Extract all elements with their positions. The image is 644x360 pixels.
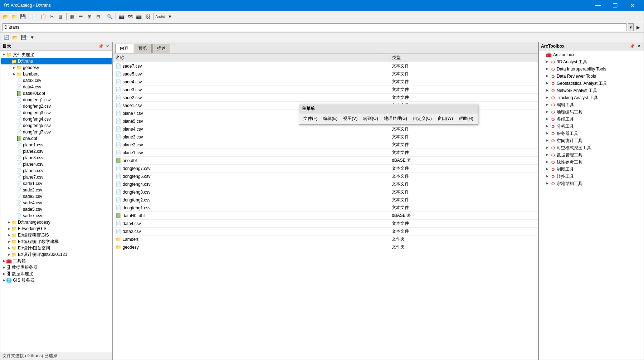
catalog-pin-btn[interactable]: 📌 <box>98 44 104 49</box>
table-row[interactable]: 📄data4.csv文本文件 <box>113 220 538 228</box>
tree-toggle-gis-server[interactable]: ▶ <box>2 278 6 282</box>
tb-dropdown[interactable]: ▼ <box>166 13 174 20</box>
toolbox-item-edit-tools[interactable]: ▶⚙编辑工具 <box>540 101 643 108</box>
toolbox-close-btn[interactable]: ✕ <box>636 43 641 49</box>
toolbox-item-data-interop[interactable]: ▶⚙Data Interoperability Tools <box>540 65 643 73</box>
expand-icon-data-interop[interactable]: ▶ <box>546 67 550 71</box>
expand-icon-tracking-analyst[interactable]: ▶ <box>546 96 550 100</box>
tree-item-toolbox[interactable]: ▶🧰工具箱 <box>1 258 112 264</box>
tree-toggle-db-server[interactable]: ▶ <box>2 265 6 269</box>
table-row[interactable]: 📗one.dbfdBASE 表 <box>113 157 538 165</box>
tb-map3[interactable]: 📸 <box>135 13 143 20</box>
tree-item-plane7-csv[interactable]: 📄plane7.csv <box>1 174 112 180</box>
tb-dropdown2[interactable]: ▼ <box>28 33 36 41</box>
tree-item-db-connection[interactable]: ▶🗄数据库连接 <box>1 271 112 277</box>
table-row[interactable]: 📄sade3.csv文本文件 <box>113 86 538 94</box>
toolbox-item-time-series[interactable]: ▶⚙时空模式挖掘工具 <box>540 144 643 151</box>
table-row[interactable]: 📄dongfeng5.csv文本文件 <box>113 172 538 180</box>
tree-item-plane3-csv[interactable]: 📄plane3.csv <box>1 155 112 161</box>
table-row[interactable]: 📄plane2.csv文本文件 <box>113 141 538 149</box>
table-row[interactable]: 📄dongfeng7.csv文本文件 <box>113 165 538 172</box>
expand-icon-data-mgmt[interactable]: ▶ <box>546 153 550 157</box>
tb-save2[interactable]: 💾 <box>20 33 28 41</box>
toolbox-item-geostatistical[interactable]: ▶⚙Geostatistical Analyst 工具 <box>540 80 643 87</box>
content-area[interactable]: 名称类型 📄sade7.csv文本文件📄sade5.csv文本文件📄sade4.… <box>113 53 538 360</box>
menu-item-help[interactable]: 帮助(H) <box>456 114 476 123</box>
menu-item-window[interactable]: 窗口(W) <box>435 114 456 123</box>
table-row[interactable]: 📁geodesy文件夹 <box>113 243 538 251</box>
table-row[interactable]: 📄sade4.csv文本文件 <box>113 78 538 86</box>
table-row[interactable]: 📄data2.csv文本文件 <box>113 228 538 235</box>
menu-item-goto[interactable]: 转到(O) <box>360 114 381 123</box>
toolbox-item-network-analyst[interactable]: ▶⚙Network Analyst 工具 <box>540 87 643 94</box>
tree-item-gis-server[interactable]: ▶🌐GIS 服务器 <box>1 277 112 283</box>
address-input[interactable] <box>3 23 626 31</box>
expand-icon-geodata-struct[interactable]: ▶ <box>546 181 550 186</box>
tb-map4[interactable]: 🖼 <box>143 13 151 20</box>
menu-item-edit[interactable]: 编辑(E) <box>320 114 340 123</box>
tree-item-data4-csv[interactable]: 📄data4.csv <box>1 84 112 90</box>
menu-item-file[interactable]: 文件(F) <box>301 114 320 123</box>
tree-item-dongfeng2-csv[interactable]: 📄dongfeng2.csv <box>1 103 112 110</box>
expand-icon-time-series[interactable]: ▶ <box>546 146 550 150</box>
toolbox-item-data-reviewer[interactable]: ▶⚙Data Reviewer Tools <box>540 73 643 80</box>
expand-icon-conversion[interactable]: ▶ <box>546 174 550 179</box>
toolbox-item-tracking-analyst[interactable]: ▶⚙Tracking Analyst 工具 <box>540 94 643 101</box>
col-header-type[interactable]: 类型 <box>390 54 538 62</box>
tree-item-plane2-csv[interactable]: 📄plane2.csv <box>1 148 112 155</box>
expand-icon-multidim[interactable]: ▶ <box>546 117 550 121</box>
tree-toggle-lambert[interactable]: ▶ <box>12 72 16 76</box>
tb-arc-editor[interactable]: ArcEd <box>155 13 165 20</box>
tree-item-db-server[interactable]: ▶🗄数据库服务器 <box>1 264 112 271</box>
tree-item-e-project-gis[interactable]: ▶📁E:\编程项目\GIS <box>1 232 112 238</box>
tree-item-e-project-math[interactable]: ▶📁E:\编程项目\数学建模 <box>1 238 112 245</box>
tree-item-dataH0t-dbf[interactable]: 📗dataH0t.dbf <box>1 90 112 97</box>
address-dropdown[interactable]: ▼ <box>628 23 634 31</box>
tree-item-file-connections[interactable]: ▼📁文件夹连接 <box>1 52 112 58</box>
toolbox-tree[interactable]: 🧰ArcToolbox▶⚙3D Analyst 工具▶⚙Data Interop… <box>539 50 644 360</box>
tree-item-data2-csv[interactable]: 📄data2.csv <box>1 77 112 84</box>
toolbox-item-geoencoding[interactable]: ▶⚙地理编码工具 <box>540 108 643 116</box>
tb-copy-path[interactable]: 💾 <box>19 13 27 20</box>
tree-item-dongfeng7-csv[interactable]: 📄dongfeng7.csv <box>1 129 112 135</box>
menu-item-custom[interactable]: 自定义(C) <box>410 114 435 123</box>
restore-button[interactable]: ❐ <box>607 0 623 11</box>
table-row[interactable]: 📄plane4.csv文本文件 <box>113 125 538 133</box>
tree-item-plane4-csv[interactable]: 📄plane4.csv <box>1 161 112 167</box>
tab-describe[interactable]: 描述 <box>152 44 170 53</box>
table-row[interactable]: 📄dongfeng3.csv文本文件 <box>113 188 538 196</box>
tree-item-dongfeng3-csv[interactable]: 📄dongfeng3.csv <box>1 110 112 116</box>
tree-toggle-e-project-math[interactable]: ▶ <box>7 239 11 244</box>
table-row[interactable]: 📄dongfeng4.csv文本文件 <box>113 180 538 188</box>
toolbox-item-spatial-stats[interactable]: ▶⚙空间统计工具 <box>540 137 643 144</box>
tree-toggle-db-connection[interactable]: ▶ <box>2 272 6 276</box>
expand-icon-cartography[interactable]: ▶ <box>546 167 550 171</box>
toolbox-item-server-tools[interactable]: ▶⚙服务器工具 <box>540 130 643 137</box>
tree-item-sade3-csv[interactable]: 📄sade3.csv <box>1 193 112 200</box>
tree-item-dongfeng4-csv[interactable]: 📄dongfeng4.csv <box>1 116 112 122</box>
tree-item-plane1-csv[interactable]: 📄plane1.csv <box>1 142 112 148</box>
tb-new[interactable]: 📄 <box>31 13 39 20</box>
tb-cut[interactable]: ✂ <box>48 13 56 20</box>
table-row[interactable]: 📄dongfeng2.csv文本文件 <box>113 196 538 204</box>
tree-item-sade7-csv[interactable]: 📄sade7.csv <box>1 213 112 219</box>
tb-map2[interactable]: 🗺 <box>126 13 134 20</box>
tb-map1[interactable]: 📷 <box>118 13 126 20</box>
tree-toggle-d-trans-geodesy[interactable]: ▶ <box>7 220 11 224</box>
tree-item-dongfeng1-csv[interactable]: 📄dongfeng1.csv <box>1 97 112 103</box>
tb-details[interactable]: ☰ <box>77 13 85 20</box>
tb-delete[interactable]: 🗑 <box>57 13 64 20</box>
expand-icon-geoencoding[interactable]: ▶ <box>546 110 550 114</box>
tb-disconnect[interactable]: 📁 <box>10 13 18 20</box>
tree-item-sade2-csv[interactable]: 📄sade2.csv <box>1 187 112 193</box>
tree-toggle-geodesy[interactable]: ▶ <box>12 65 16 70</box>
table-row[interactable]: 📄sade5.csv文本文件 <box>113 70 538 78</box>
tree-item-lambert[interactable]: ▶📁Lambert <box>1 71 112 77</box>
toolbox-item-analysis[interactable]: ▶⚙分析工具 <box>540 123 643 130</box>
tree-toggle-toolbox[interactable]: ▶ <box>2 259 6 263</box>
tb-open-folder[interactable]: 📂 <box>11 33 19 41</box>
table-row[interactable]: 📁Lambert文件夹 <box>113 235 538 243</box>
tb-refresh[interactable]: 🔄 <box>3 33 10 41</box>
tree-toggle-d-trans[interactable]: ▼ <box>7 59 11 63</box>
tree-item-e-working-gis[interactable]: ▶📁E:\working\GIS <box>1 225 112 232</box>
